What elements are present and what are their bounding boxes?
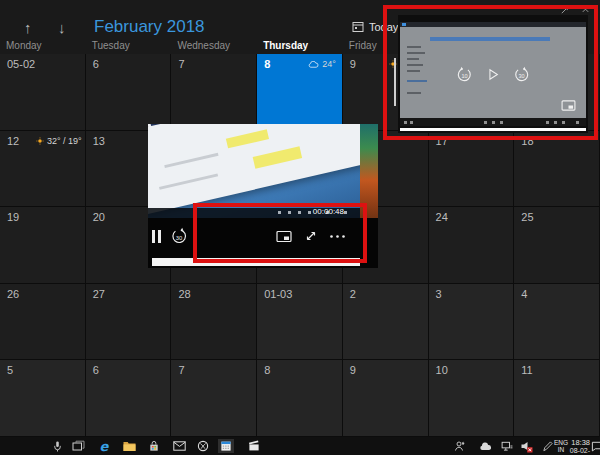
date-label: 24 [436,211,448,223]
calendar-cell[interactable]: 27 [86,284,172,361]
calendar-cell[interactable]: 19 [0,207,86,284]
calendar-cell[interactable]: 7 [171,54,257,131]
pause-button[interactable] [152,230,161,243]
calendar-cell[interactable]: 11 [514,360,600,437]
calendar-cell[interactable]: 18 [514,131,600,208]
taskbar-file-explorer-button[interactable] [121,439,137,453]
date-label: 2 [350,288,356,300]
annotation-box-mini-player [383,5,598,140]
weather-badge: 24° [308,59,336,69]
calendar-cell[interactable]: 25 [514,207,600,284]
xbox-icon [197,440,209,452]
date-label: 26 [7,288,19,300]
calendar-cell-selected[interactable]: 8 24° [257,54,343,131]
calendar-cell[interactable]: 4 [514,284,600,361]
day-header-monday: Monday [0,40,86,54]
annotation-box-controls [193,203,367,263]
calendar-cell[interactable]: 5 [0,360,86,437]
calendar-cell[interactable]: 24 [429,207,515,284]
tray-volume-muted-icon[interactable] [518,439,534,453]
calendar-cell[interactable]: 8 [257,360,343,437]
calendar-cell[interactable]: 10 [429,360,515,437]
video-browser-window [148,124,378,215]
taskbar: e [0,437,600,455]
screen: ↑ ↓ February 2018 Today Monday Tuesday W… [0,0,600,455]
calendar-cell[interactable]: 05-02 [0,54,86,131]
folder-icon [123,441,136,452]
date-label: 8 [264,364,270,376]
calendar-cell[interactable]: 12 32° / 19° [0,131,86,208]
calendar-icon [220,440,232,452]
taskbar-task-view-button[interactable] [70,439,86,453]
date-label: 25 [521,211,533,223]
date-label: 19 [7,211,19,223]
date-label: 20 [93,211,105,223]
date-label: 13 [93,135,105,147]
date-label: 11 [521,364,532,376]
store-bag-icon [148,440,160,453]
svg-text:30: 30 [176,235,183,241]
calendar-cell[interactable]: 17 [429,131,515,208]
taskbar-movies-tv-button[interactable] [246,439,262,453]
date-label: 6 [93,58,99,70]
mail-envelope-icon [173,441,186,451]
edge-icon: e [100,439,109,454]
skip-forward-30-button[interactable]: 30 [170,227,188,245]
clapperboard-icon [248,440,260,452]
tray-clock[interactable]: 18:38 08-02-2018 [560,439,590,455]
tray-action-center-icon[interactable] [589,439,600,453]
taskbar-xbox-button[interactable] [195,439,211,453]
day-header-wednesday: Wednesday [171,40,257,54]
taskbar-edge-button[interactable]: e [96,439,112,453]
today-calendar-icon [352,21,364,33]
calendar-cell[interactable]: 6 [86,54,172,131]
weather-badge: 32° / 19° [36,136,82,146]
date-label: 8 [264,58,270,70]
calendar-cell[interactable]: 9 [343,360,429,437]
date-label: 27 [93,288,105,300]
taskbar-store-button[interactable] [146,439,162,453]
date-label: 10 [436,364,448,376]
tray-people-icon[interactable] [452,439,468,453]
calendar-cell[interactable]: 26 [0,284,86,361]
taskbar-calendar-button-active[interactable] [218,439,234,453]
date-label: 5 [7,364,13,376]
clock-time: 18:38 [560,439,590,447]
clock-date: 08-02-2018 [560,447,590,455]
date-label: 3 [436,288,442,300]
tray-onedrive-icon[interactable] [477,439,493,453]
date-label: 28 [178,288,190,300]
sun-icon [36,137,44,145]
date-label: 7 [178,364,184,376]
date-label: 12 [7,135,19,147]
date-label: 01-03 [264,288,292,300]
calendar-cell[interactable]: 2 [343,284,429,361]
date-label: 7 [178,58,184,70]
calendar-cell[interactable]: 7 [171,360,257,437]
taskbar-mail-button[interactable] [171,439,187,453]
tray-network-icon[interactable] [499,439,515,453]
page-title: February 2018 [94,17,205,37]
nav-down-arrow-icon[interactable]: ↓ [58,19,66,36]
date-label: 6 [93,364,99,376]
day-header-tuesday: Tuesday [86,40,172,54]
taskbar-microphone-button[interactable] [49,439,65,453]
calendar-cell[interactable]: 28 [171,284,257,361]
calendar-cell[interactable]: 3 [429,284,515,361]
date-label: 4 [521,288,527,300]
date-label: 9 [350,364,356,376]
date-label: 9 [350,58,356,70]
nav-up-arrow-icon[interactable]: ↑ [24,19,32,36]
cloud-icon [308,61,319,68]
date-label: 05-02 [7,58,35,70]
day-header-thursday: Thursday [257,40,343,54]
calendar-cell[interactable]: 01-03 [257,284,343,361]
calendar-cell[interactable]: 6 [86,360,172,437]
